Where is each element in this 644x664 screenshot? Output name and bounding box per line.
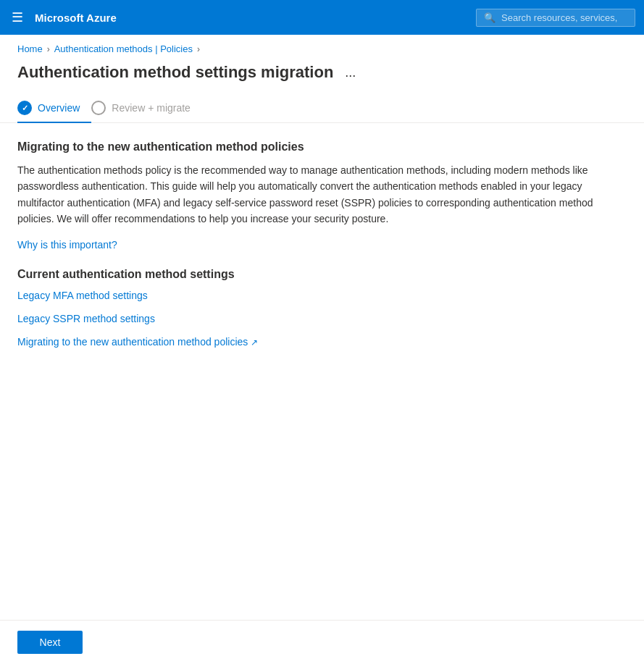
next-button[interactable]: Next [17, 631, 83, 654]
main-content: Migrating to the new authentication meth… [0, 123, 644, 365]
search-bar[interactable]: 🔍 [476, 9, 635, 27]
migrating-link[interactable]: Migrating to the new authentication meth… [17, 336, 627, 348]
breadcrumb-section[interactable]: Authentication methods | Policies [54, 43, 193, 54]
breadcrumb-home[interactable]: Home [17, 43, 43, 54]
search-icon: 🔍 [484, 12, 495, 23]
brand-title: Microsoft Azure [35, 12, 467, 24]
step-review-migrate[interactable]: Review + migrate [91, 93, 202, 122]
hamburger-icon[interactable]: ☰ [9, 7, 26, 28]
step-circle-review [91, 101, 106, 115]
current-settings-section: Current authentication method settings L… [17, 268, 627, 348]
step-label-overview: Overview [38, 102, 80, 114]
current-settings-links: Legacy MFA method settings Legacy SSPR m… [17, 290, 627, 348]
ellipsis-button[interactable]: ... [340, 64, 360, 82]
breadcrumb: Home › Authentication methods | Policies… [0, 35, 644, 60]
migrating-heading: Migrating to the new authentication meth… [17, 140, 627, 154]
legacy-mfa-link[interactable]: Legacy MFA method settings [17, 290, 627, 301]
current-settings-heading: Current authentication method settings [17, 268, 627, 281]
footer: Next [0, 620, 644, 664]
page-header: Authentication method settings migration… [0, 60, 644, 93]
migrating-body: The authentication methods policy is the… [17, 162, 611, 227]
breadcrumb-sep-1: › [47, 44, 50, 54]
step-circle-overview: ✓ [17, 101, 32, 115]
breadcrumb-sep-2: › [197, 44, 200, 54]
top-navigation: ☰ Microsoft Azure 🔍 [0, 0, 644, 35]
step-label-review: Review + migrate [112, 102, 191, 114]
search-input[interactable] [501, 12, 617, 23]
legacy-sspr-link[interactable]: Legacy SSPR method settings [17, 313, 627, 324]
why-important-link[interactable]: Why is this important? [17, 239, 117, 251]
steps-navigation: ✓ Overview Review + migrate [0, 93, 644, 123]
step-overview[interactable]: ✓ Overview [17, 93, 91, 122]
page-title: Authentication method settings migration [17, 63, 333, 82]
